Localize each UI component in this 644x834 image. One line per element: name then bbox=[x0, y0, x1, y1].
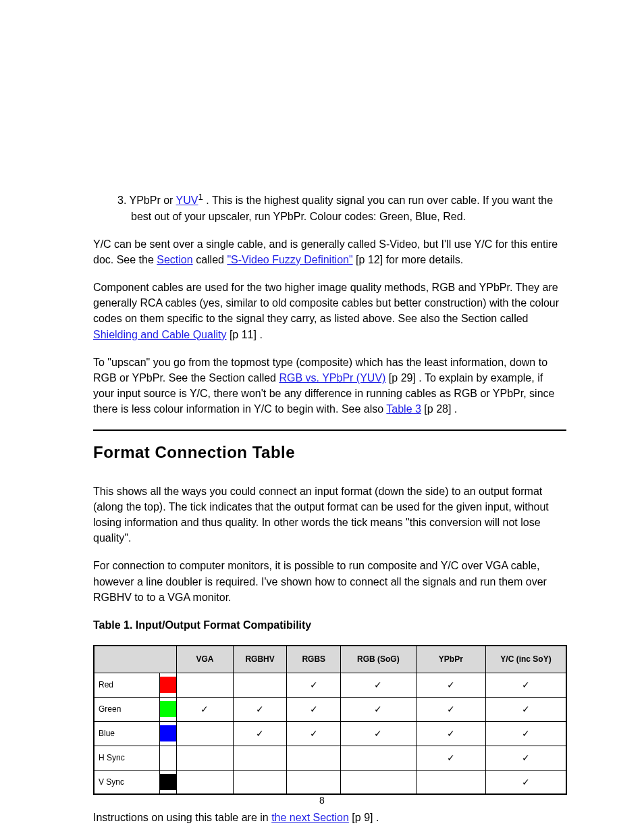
cell: ✓ bbox=[233, 697, 287, 721]
row-label-vsync: V Sync bbox=[94, 770, 160, 794]
cell bbox=[287, 770, 341, 794]
th-rgb-sog: RGB (SoG) bbox=[341, 646, 416, 673]
footnote-ref-1: 1 bbox=[198, 192, 203, 202]
swatch-cell bbox=[160, 770, 177, 794]
link-next-section[interactable]: the next Section bbox=[271, 812, 349, 823]
swatch-cell bbox=[160, 721, 177, 746]
para-yc-text2: called bbox=[196, 254, 227, 265]
link-svideo-quoted[interactable]: "S-Video Fuzzy Definition" bbox=[227, 254, 352, 265]
table-row: Blue ✓ ✓ ✓ ✓ ✓ bbox=[94, 721, 566, 746]
swatch-black bbox=[160, 774, 176, 790]
cell: ✓ bbox=[486, 746, 566, 770]
table-row: Green ✓ ✓ ✓ ✓ ✓ ✓ bbox=[94, 697, 566, 721]
swatch-red bbox=[160, 677, 176, 693]
link-rgb-vs-ypbpr[interactable]: RGB vs. YPbPr (YUV) bbox=[279, 372, 385, 384]
cell: ✓ bbox=[486, 770, 566, 794]
cell bbox=[177, 673, 234, 697]
para-yc: Y/C can be sent over a single cable, and… bbox=[93, 236, 566, 267]
th-vga: VGA bbox=[177, 646, 234, 673]
table-row: H Sync ✓ ✓ bbox=[94, 746, 566, 770]
cell: ✓ bbox=[486, 697, 566, 721]
link-rgb-prefix: the Section called bbox=[191, 372, 279, 384]
link-shielding-prefix: the Section called bbox=[443, 313, 528, 324]
cell bbox=[177, 770, 234, 794]
th-rgbs: RGBS bbox=[287, 646, 341, 673]
row-label-blue: Blue bbox=[94, 721, 160, 746]
para-yc-text3: for more details. bbox=[386, 254, 464, 265]
cell: ✓ bbox=[486, 673, 566, 697]
cell: ✓ bbox=[233, 721, 287, 746]
table-intro-1: This shows all the ways you could connec… bbox=[93, 484, 566, 546]
link-shielding[interactable]: Shielding and Cable Quality bbox=[93, 329, 226, 340]
cell bbox=[341, 746, 416, 770]
cell: ✓ bbox=[341, 673, 416, 697]
para-upscan: To "upscan" you go from the topmost type… bbox=[93, 355, 566, 417]
row-label-green: Green bbox=[94, 697, 160, 721]
cell: ✓ bbox=[416, 697, 486, 721]
swatch-blue bbox=[160, 725, 176, 741]
cell: ✓ bbox=[287, 721, 341, 746]
table-caption: Table 1. Input/Output Format Compatibili… bbox=[93, 617, 566, 633]
cell: ✓ bbox=[416, 673, 486, 697]
swatch-cell bbox=[160, 697, 177, 721]
table-row: Red ✓ ✓ ✓ ✓ bbox=[94, 673, 566, 697]
format-connection-table: VGA RGBHV RGBS RGB (SoG) YPbPr Y/C (inc … bbox=[93, 645, 567, 795]
cell bbox=[177, 746, 234, 770]
cell: ✓ bbox=[416, 746, 486, 770]
cell: ✓ bbox=[177, 697, 234, 721]
table-header-row: VGA RGBHV RGBS RGB (SoG) YPbPr Y/C (inc … bbox=[94, 646, 566, 673]
page-number: 8 bbox=[0, 795, 644, 806]
table-footer-text: Instructions on using this table are in bbox=[93, 812, 271, 823]
th-yc: Y/C (inc SoY) bbox=[486, 646, 566, 673]
page-ref-2: [p 11] bbox=[226, 329, 256, 340]
swatch-green bbox=[160, 701, 176, 717]
para-upscan-text3: . bbox=[454, 403, 457, 415]
cell: ✓ bbox=[416, 721, 486, 746]
para-component-text2: . bbox=[259, 329, 262, 340]
cell bbox=[177, 721, 234, 746]
page-ref-1: [p 12] bbox=[353, 254, 383, 265]
cell: ✓ bbox=[287, 697, 341, 721]
cell: ✓ bbox=[287, 673, 341, 697]
table-footer: Instructions on using this table are in … bbox=[93, 810, 566, 825]
cell bbox=[233, 770, 287, 794]
table-footer-after: . bbox=[376, 812, 379, 823]
th-blank bbox=[94, 646, 177, 673]
link-table3[interactable]: Table 3 bbox=[386, 403, 421, 415]
cell bbox=[287, 746, 341, 770]
th-rgbhv: RGBHV bbox=[233, 646, 287, 673]
link-svideo-section[interactable]: Section bbox=[157, 254, 192, 265]
page-ref-3: [p 29] bbox=[385, 372, 415, 384]
page-ref-4: [p 28] bbox=[421, 403, 451, 415]
cell: ✓ bbox=[341, 697, 416, 721]
th-ypbpr: YPbPr bbox=[416, 646, 486, 673]
bullet-lead: 3. YPbPr or bbox=[117, 194, 173, 206]
cell bbox=[416, 770, 486, 794]
page-ref-5: [p 9] bbox=[349, 812, 373, 823]
cell bbox=[233, 746, 287, 770]
bullet-ypbpr: 3. YPbPr or YUV1 . This is the highest q… bbox=[131, 190, 566, 224]
para-component: Component cables are used for the two hi… bbox=[93, 280, 566, 342]
cell bbox=[233, 673, 287, 697]
section-divider bbox=[93, 429, 566, 431]
swatch-cell bbox=[160, 673, 177, 697]
cell: ✓ bbox=[486, 721, 566, 746]
cell: ✓ bbox=[341, 721, 416, 746]
swatch-empty bbox=[160, 750, 176, 766]
table-intro-2: For connection to computer monitors, it … bbox=[93, 558, 566, 605]
row-label-red: Red bbox=[94, 673, 160, 697]
link-yuv[interactable]: YUV bbox=[176, 194, 198, 206]
section-title: Format Connection Table bbox=[93, 443, 566, 462]
cell bbox=[341, 770, 416, 794]
swatch-cell bbox=[160, 746, 177, 770]
table-row: V Sync ✓ bbox=[94, 770, 566, 794]
row-label-hsync: H Sync bbox=[94, 746, 160, 770]
